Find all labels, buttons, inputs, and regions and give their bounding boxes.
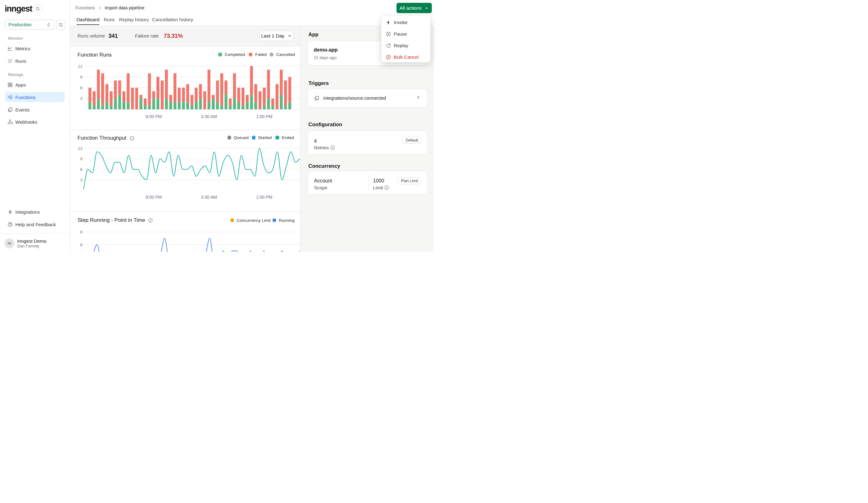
svg-text:1:00 PM: 1:00 PM	[256, 195, 272, 199]
svg-text:8: 8	[80, 230, 82, 234]
svg-text:12: 12	[78, 146, 82, 151]
svg-text:3:30 AM: 3:30 AM	[201, 114, 217, 119]
svg-text:3:30 AM: 3:30 AM	[201, 195, 217, 199]
svg-text:9:00 PM: 9:00 PM	[146, 195, 162, 199]
svg-text:12: 12	[78, 64, 82, 69]
svg-text:9:00 PM: 9:00 PM	[146, 114, 162, 119]
svg-text:9: 9	[80, 75, 82, 79]
svg-text:3: 3	[80, 178, 82, 183]
svg-text:6: 6	[80, 167, 82, 172]
svg-text:6: 6	[80, 243, 82, 247]
svg-text:9: 9	[80, 156, 82, 161]
svg-text:1:00 PM: 1:00 PM	[256, 114, 272, 119]
svg-text:6: 6	[80, 85, 82, 90]
svg-text:3: 3	[80, 96, 82, 101]
